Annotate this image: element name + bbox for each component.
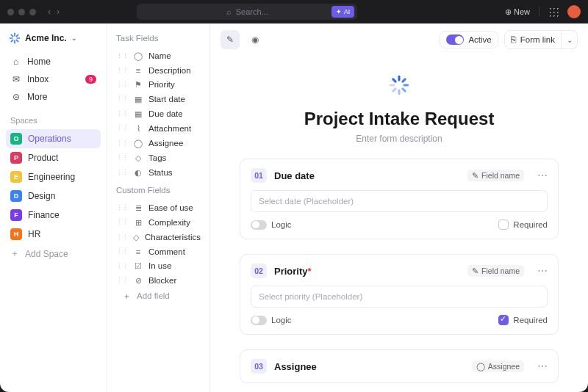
form-description-input[interactable]: Enter form description (240, 134, 559, 144)
drag-handle-icon[interactable]: ⋮⋮ (116, 67, 128, 74)
edit-mode-button[interactable]: ✎ (220, 30, 240, 49)
add-field-button[interactable]: ＋ Add field (112, 288, 205, 304)
toggle-switch-icon (446, 35, 464, 45)
field-item[interactable]: ⋮⋮ ⚑ Priority (112, 77, 205, 92)
drag-handle-icon[interactable]: ⋮⋮ (116, 219, 128, 226)
user-icon: ◯ (133, 51, 143, 61)
drag-handle-icon[interactable]: ⋮⋮ (116, 248, 128, 255)
ai-badge[interactable]: ✦ AI (331, 6, 355, 18)
drag-handle-icon[interactable]: ⋮⋮ (116, 154, 128, 161)
drag-handle-icon[interactable]: ⋮⋮ (116, 169, 128, 176)
field-item[interactable]: ⋮⋮ ◐ Status (112, 165, 205, 180)
add-space-button[interactable]: ＋ Add Space (6, 244, 101, 264)
drag-handle-icon[interactable]: ⋮⋮ (116, 95, 128, 103)
field-label: Ease of use (148, 203, 193, 212)
global-search-input[interactable]: ⌕ Search... ✦ AI (137, 4, 357, 20)
field-title[interactable]: Due date (274, 170, 315, 181)
nav-forward-icon[interactable]: › (57, 7, 60, 17)
field-number: 03 (251, 359, 267, 374)
drag-handle-icon[interactable]: ⋮⋮ (116, 233, 128, 241)
form-field-card[interactable]: 02 Priority* ✎ Field name ⋯ Select prior… (240, 254, 559, 335)
field-label: Complexity (148, 218, 190, 227)
rename-icon: ✎ (472, 171, 478, 180)
user-icon: ◯ (476, 362, 485, 371)
field-item[interactable]: ⋮⋮ ◯ Name (112, 48, 205, 63)
field-chip[interactable]: ✎ Field name (467, 265, 524, 277)
space-product[interactable]: P Product (6, 148, 101, 167)
field-item[interactable]: ⋮⋮ ◇ Characteristics (112, 230, 205, 244)
nav-inbox[interactable]: ✉ Inbox 9 (6, 70, 101, 88)
drag-handle-icon[interactable]: ⋮⋮ (116, 204, 128, 211)
required-label: Required (513, 220, 548, 229)
field-menu-button[interactable]: ⋯ (537, 265, 548, 277)
field-item[interactable]: ⋮⋮ ⌇ Attachment (112, 121, 205, 136)
drag-handle-icon[interactable]: ⋮⋮ (116, 139, 128, 147)
drag-handle-icon[interactable]: ⋮⋮ (116, 262, 128, 269)
field-label: Name (148, 51, 171, 60)
field-item[interactable]: ⋮⋮ ⊘ Blocker (112, 273, 205, 288)
field-item[interactable]: ⋮⋮ ◯ Assignee (112, 136, 205, 150)
field-label: Comment (148, 247, 185, 256)
nav-home[interactable]: ⌂ Home (6, 53, 101, 70)
window-controls[interactable] (7, 9, 36, 15)
space-hr[interactable]: H HR (6, 225, 101, 244)
space-label: Engineering (28, 172, 75, 182)
new-button[interactable]: ⊕ New (505, 7, 530, 17)
drag-handle-icon[interactable]: ⋮⋮ (116, 81, 128, 88)
drag-handle-icon[interactable]: ⋮⋮ (116, 277, 128, 284)
field-item[interactable]: ⋮⋮ ≣ Ease of use (112, 200, 205, 215)
required-checkbox[interactable] (498, 219, 509, 230)
user-avatar[interactable] (567, 5, 581, 18)
task-fields-heading: Task Fields (112, 32, 205, 48)
drag-handle-icon[interactable]: ⋮⋮ (116, 52, 128, 59)
field-item[interactable]: ⋮⋮ ▦ Start date (112, 92, 205, 106)
field-title[interactable]: Assignee (274, 361, 317, 372)
field-value-input[interactable]: Select date (Placeholder) (251, 190, 548, 212)
field-title[interactable]: Priority* (274, 266, 312, 277)
svg-line-11 (403, 89, 405, 91)
custom-fields-heading: Custom Fields (112, 184, 205, 200)
workspace-switcher[interactable]: Acme Inc. ⌄ (6, 31, 101, 53)
logic-toggle[interactable] (251, 220, 267, 230)
space-label: HR (28, 229, 40, 239)
space-badge: P (10, 152, 22, 164)
nav-back-icon[interactable]: ‹ (48, 7, 51, 17)
rename-icon: ✎ (472, 266, 478, 275)
field-menu-button[interactable]: ⋯ (537, 360, 548, 372)
field-item[interactable]: ⋮⋮ ☑ In use (112, 258, 205, 273)
required-label: Required (513, 316, 548, 324)
field-item[interactable]: ⋮⋮ ▦ Due date (112, 106, 205, 121)
field-item[interactable]: ⋮⋮ ◇ Tags (112, 150, 205, 165)
preview-mode-button[interactable]: ◉ (245, 30, 265, 49)
field-number: 01 (251, 168, 267, 183)
space-engineering[interactable]: E Engineering (6, 167, 101, 186)
form-link-button[interactable]: ⎘ Form link (504, 30, 562, 49)
field-chip[interactable]: ◯ Assignee (472, 360, 524, 372)
field-item[interactable]: ⋮⋮ ≡ Description (112, 63, 205, 77)
form-title[interactable]: Project Intake Request (240, 109, 559, 129)
nav-more[interactable]: ⊝ More (6, 88, 101, 106)
spaces-heading: Spaces (6, 106, 101, 129)
svg-line-5 (16, 40, 18, 41)
form-field-card[interactable]: 01 Due date ✎ Field name ⋯ Select date (… (240, 159, 559, 239)
field-chip[interactable]: ✎ Field name (467, 170, 524, 181)
space-operations[interactable]: O Operations (6, 129, 101, 148)
field-value-input[interactable]: Select priority (Placeholder) (251, 286, 548, 308)
field-item[interactable]: ⋮⋮ ≡ Comment (112, 244, 205, 258)
logic-label: Logic (271, 220, 292, 229)
required-checkbox[interactable] (498, 315, 509, 325)
form-field-card[interactable]: 03 Assignee ◯ Assignee ⋯ (240, 349, 559, 383)
svg-line-9 (403, 79, 405, 81)
space-design[interactable]: D Design (6, 186, 101, 206)
apps-grid-icon[interactable] (548, 7, 559, 17)
logic-toggle[interactable] (251, 316, 267, 325)
drag-handle-icon[interactable]: ⋮⋮ (116, 110, 128, 117)
space-finance[interactable]: F Finance (6, 206, 101, 225)
link-icon: ⎘ (511, 35, 516, 44)
drag-handle-icon[interactable]: ⋮⋮ (116, 125, 128, 132)
form-link-menu-button[interactable]: ⌄ (562, 30, 578, 49)
field-item[interactable]: ⋮⋮ ⊞ Complexity (112, 215, 205, 230)
active-toggle[interactable]: Active (440, 31, 498, 48)
field-menu-button[interactable]: ⋯ (537, 170, 548, 181)
plus-icon: ＋ (10, 247, 19, 260)
